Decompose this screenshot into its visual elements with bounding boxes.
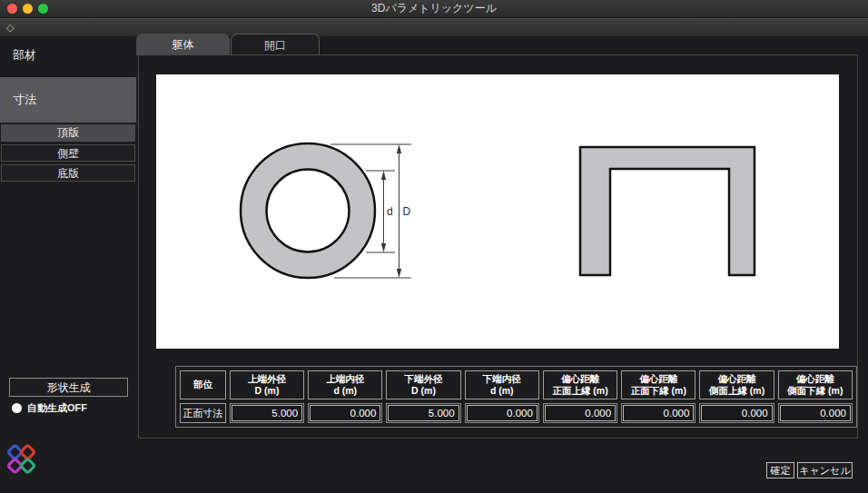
table-row: 正面寸法 5.000 0.000 5.000 0.000 0.000 0.000… — [180, 403, 853, 423]
section-diagram: d D — [156, 74, 839, 349]
sidebar-item-top-slab[interactable]: 頂版 — [1, 124, 135, 142]
app-logo-icon — [4, 443, 36, 478]
sidebar-section-parts[interactable]: 部材 — [13, 47, 36, 64]
outer-diameter-label: D — [403, 205, 411, 218]
col-header-bottom-inner-dia: 下端内径d (m) — [465, 370, 539, 399]
toolbar: ◇ — [0, 18, 868, 37]
tab-body[interactable]: 躯体 — [136, 34, 230, 55]
input-bottom-outer-dia[interactable]: 5.000 — [388, 405, 459, 421]
input-bottom-inner-dia[interactable]: 0.000 — [467, 405, 538, 421]
auto-generate-indicator-icon — [12, 403, 22, 413]
u-section-shape — [580, 147, 755, 275]
col-header-top-inner-dia: 上端内径d (m) — [308, 370, 382, 399]
auto-generate-toggle[interactable]: 自動生成OFF — [12, 402, 87, 413]
sidebar-item-bottom-slab[interactable]: 底版 — [1, 164, 135, 182]
dimensions-table: 部位 上端外径D (m) 上端内径d (m) 下端外径D (m) 下端内径d (… — [175, 366, 857, 428]
col-header-top-outer-dia: 上端外径D (m) — [230, 370, 304, 399]
input-top-outer-dia[interactable]: 5.000 — [232, 405, 302, 421]
col-header-part: 部位 — [180, 370, 226, 399]
title-bar: 3Dパラメトリックツール — [0, 0, 868, 18]
window-title: 3Dパラメトリックツール — [0, 0, 868, 17]
col-header-ecc-side-bottom: 偏心距離側面下縁 (m) — [778, 370, 853, 399]
inner-diameter-label: d — [387, 205, 393, 218]
sidebar-item-side-wall[interactable]: 側壁 — [1, 144, 135, 162]
generate-shape-button[interactable]: 形状生成 — [9, 378, 128, 397]
row-label-front-dimension: 正面寸法 — [180, 403, 226, 423]
input-ecc-front-top[interactable]: 0.000 — [545, 405, 616, 421]
col-header-ecc-front-bottom: 偏心距離正面下縁 (m) — [621, 370, 695, 399]
ring-section-shape — [241, 143, 375, 278]
input-top-inner-dia[interactable]: 0.000 — [310, 405, 380, 421]
col-header-ecc-front-top: 偏心距離正面上縁 (m) — [543, 370, 617, 399]
input-ecc-side-bottom[interactable]: 0.000 — [780, 405, 851, 421]
input-ecc-front-bottom[interactable]: 0.000 — [623, 405, 694, 421]
input-ecc-side-top[interactable]: 0.000 — [701, 405, 772, 421]
col-header-bottom-outer-dia: 下端外径D (m) — [386, 370, 460, 399]
cancel-button[interactable]: キャンセル — [797, 462, 853, 478]
diamond-icon[interactable]: ◇ — [6, 22, 14, 34]
tab-content-panel: d D 部位 上端外径D (m) 上端内径d (m) 下端外径D (m) — [138, 54, 858, 439]
confirm-button[interactable]: 確定 — [766, 462, 794, 478]
diagram-canvas: d D — [156, 74, 839, 349]
col-header-ecc-side-top: 偏心距離側面上縁 (m) — [699, 370, 774, 399]
auto-generate-label: 自動生成OFF — [27, 401, 87, 415]
sidebar-section-dimensions[interactable]: 寸法 — [0, 77, 136, 123]
table-header-row: 部位 上端外径D (m) 上端内径d (m) 下端外径D (m) 下端内径d (… — [180, 370, 853, 399]
tab-opening[interactable]: 開口 — [231, 34, 320, 55]
